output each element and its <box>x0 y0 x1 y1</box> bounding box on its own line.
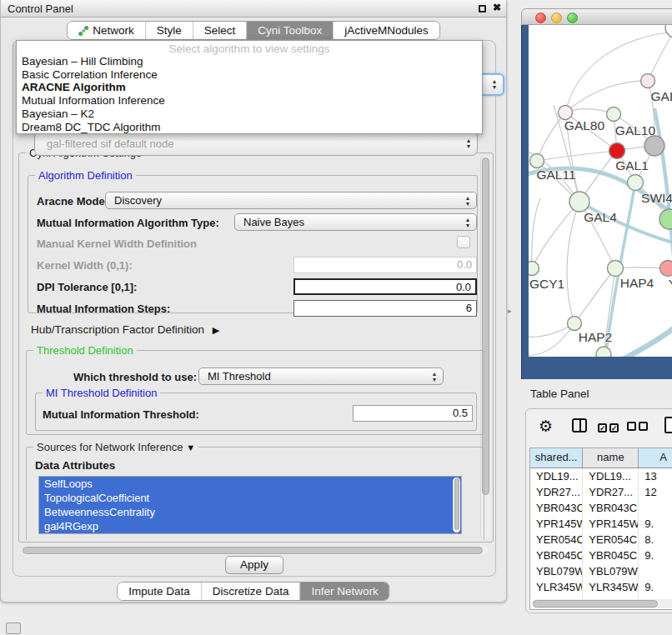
network-node-hap4[interactable] <box>608 261 624 277</box>
table-row[interactable]: YBL079W YBL079W <box>530 563 672 579</box>
cell-name[interactable]: YBR045C <box>583 548 639 563</box>
cell-value[interactable]: 9. <box>639 516 672 532</box>
cell-value[interactable]: 9. <box>639 548 672 563</box>
cell-name[interactable]: YLR345W <box>583 579 639 595</box>
cell-value[interactable]: 9. <box>639 579 672 595</box>
tab-select[interactable]: Select <box>193 22 247 39</box>
float-window-icon[interactable] <box>479 5 486 12</box>
algorithm-option-selected[interactable]: ARACNE Algorithm <box>17 81 482 94</box>
cell-shared-name[interactable]: YBR045C <box>530 548 583 563</box>
network-node[interactable] <box>659 209 672 229</box>
tab-cyni-toolbox[interactable]: Cyni Toolbox <box>246 22 333 39</box>
network-node[interactable] <box>644 136 664 156</box>
network-window-titlebar[interactable] <box>521 8 672 25</box>
dpi-tolerance-field[interactable]: 0.0 <box>293 278 477 295</box>
data-attribute-item[interactable]: TopologicalCoefficient <box>39 491 461 505</box>
network-node[interactable] <box>665 25 672 38</box>
algorithm-option[interactable]: Basic Correlation Inference <box>17 68 482 82</box>
network-node-gal1[interactable] <box>609 143 625 159</box>
file-icon[interactable] <box>664 417 672 433</box>
cell-shared-name[interactable]: YPR145W <box>530 516 583 532</box>
network-node-gal[interactable] <box>641 74 655 88</box>
attribute-list-scrollbar[interactable] <box>453 478 460 532</box>
data-attribute-item[interactable]: SelfLoops <box>39 477 461 491</box>
mi-steps-field[interactable]: 6 <box>293 300 477 317</box>
network-node-gal11[interactable] <box>530 154 544 168</box>
scrollbar-thumb[interactable] <box>23 547 483 554</box>
tab-network[interactable]: Network <box>68 22 145 39</box>
cell-shared-name[interactable]: YDR27... <box>530 484 583 500</box>
scrollbar-thumb[interactable] <box>454 478 459 530</box>
scrollbar-thumb[interactable] <box>482 158 489 495</box>
cell-shared-name[interactable]: YBR043C <box>530 500 583 516</box>
close-traffic-light-icon[interactable] <box>535 12 546 23</box>
table-row[interactable]: YER054C YER054C 8. <box>530 532 672 548</box>
cell-name[interactable]: YPR145W <box>583 516 639 532</box>
cell-name[interactable]: YBL079W <box>583 563 639 579</box>
tab-impute-data[interactable]: Impute Data <box>118 582 201 600</box>
network-node-hap2[interactable] <box>568 317 582 331</box>
kernel-width-field[interactable]: 0.0 <box>293 257 477 273</box>
zoom-traffic-light-icon[interactable] <box>567 12 578 23</box>
settings-horizontal-scrollbar[interactable] <box>22 546 489 555</box>
data-attribute-item[interactable]: gal4RGexp <box>39 519 461 533</box>
cell-value[interactable]: 12 <box>639 484 672 500</box>
scrollbar-thumb[interactable] <box>533 600 658 608</box>
apply-button[interactable]: Apply <box>225 556 283 574</box>
cell-name[interactable]: YDL19... <box>583 468 639 484</box>
cell-value[interactable] <box>639 500 672 516</box>
splitter-handle[interactable]: ▸ <box>508 307 512 315</box>
data-attribute-item[interactable]: BetweennessCentrality <box>39 505 461 519</box>
tab-style[interactable]: Style <box>145 22 193 39</box>
tab-jactivemnodules[interactable]: jActiveMNodules <box>333 22 439 39</box>
network-node[interactable] <box>596 347 611 357</box>
tab-infer-network[interactable]: Infer Network <box>299 582 389 600</box>
data-attributes-list[interactable]: SelfLoopsTopologicalCoefficientBetweenne… <box>38 476 462 534</box>
table-horizontal-scrollbar[interactable] <box>532 599 672 608</box>
table-row[interactable]: YBR045C YBR045C 9. <box>530 548 672 563</box>
cell-shared-name[interactable]: YER054C <box>530 532 583 548</box>
which-threshold-combo[interactable]: MI Threshold <box>198 368 444 385</box>
algorithm-option[interactable]: Bayesian – K2 <box>17 108 482 121</box>
collapsed-panel-icon[interactable] <box>6 622 21 634</box>
network-node-gcy1[interactable] <box>529 262 539 276</box>
cell-shared-name[interactable]: YDL19... <box>530 468 583 484</box>
cell-shared-name[interactable]: YBL079W <box>530 563 583 579</box>
table-row[interactable]: YBR043C YBR043C <box>530 500 672 516</box>
table-row[interactable]: YDL19... YDL19... 13 <box>530 468 672 484</box>
network-node-gal80[interactable] <box>559 106 573 120</box>
select-all-icon[interactable] <box>598 421 621 433</box>
hub-definition-toggle[interactable]: Hub/Transcription Factor Definition ▶ <box>31 323 219 336</box>
algorithm-option[interactable]: Dream8 DC_TDC Algorithm <box>17 121 482 134</box>
mi-threshold-field[interactable]: 0.5 <box>353 405 473 422</box>
split-columns-icon[interactable] <box>572 418 587 432</box>
column-header-shared-name[interactable]: shared... <box>530 448 583 468</box>
network-selector-combo[interactable]: gal-filtered sif default node <box>34 132 478 156</box>
table-row[interactable]: YLR345W YLR345W 9. <box>530 579 672 595</box>
gear-icon[interactable]: ⚙ <box>539 418 553 435</box>
cell-name[interactable]: YER054C <box>583 532 639 548</box>
close-icon[interactable] <box>493 2 501 13</box>
tab-discretize-data[interactable]: Discretize Data <box>201 582 300 600</box>
network-node-swi4[interactable] <box>628 175 644 191</box>
network-node-y[interactable] <box>660 261 672 277</box>
chevron-down-icon[interactable]: ▼ <box>186 442 195 452</box>
table-row[interactable]: YPR145W YPR145W 9. <box>530 516 672 532</box>
network-canvas[interactable]: GALGAL80GAL10GAL1GAL11SWI4GAL4GCY1HAP4YH… <box>529 25 672 357</box>
cell-value[interactable]: 8. <box>639 532 672 548</box>
manual-kernel-checkbox[interactable] <box>457 236 470 248</box>
mi-algorithm-type-combo[interactable]: Naive Bayes <box>234 213 477 231</box>
cell-value[interactable] <box>639 563 672 579</box>
column-header-a[interactable]: A <box>639 448 672 468</box>
network-node-gal4[interactable] <box>569 192 589 212</box>
table-row[interactable]: YDR27... YDR27... 12 <box>530 484 672 500</box>
column-header-name[interactable]: name <box>583 448 639 468</box>
cell-name[interactable]: YDR27... <box>583 484 639 500</box>
cell-shared-name[interactable]: YLR345W <box>530 579 583 595</box>
cell-name[interactable]: YBR043C <box>583 500 639 516</box>
algorithm-option[interactable]: Mutual Information Inference <box>17 94 482 108</box>
deselect-all-icon[interactable] <box>627 421 650 433</box>
network-node-gal10[interactable] <box>607 108 621 122</box>
minimize-traffic-light-icon[interactable] <box>551 12 562 23</box>
aracne-mode-combo[interactable]: Discovery <box>105 192 477 209</box>
